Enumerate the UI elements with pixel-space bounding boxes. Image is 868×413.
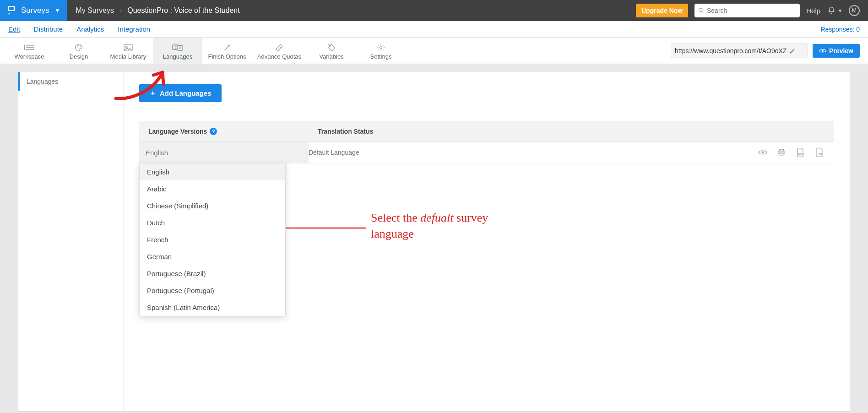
svg-point-8 [78,45,79,46]
svg-point-7 [77,46,78,47]
search-box[interactable] [694,4,800,17]
tool-advance-quotas[interactable]: Advance Quotas [252,38,307,64]
eye-icon[interactable] [758,149,767,156]
dropdown-item[interactable]: German [140,248,285,265]
language-select[interactable]: English English Arabic Chinese (Simplifi… [139,142,309,163]
tool-media-library[interactable]: Media Library [103,38,153,64]
svg-point-19 [762,152,764,154]
print-icon[interactable] [777,148,786,157]
svg-point-1 [699,8,702,11]
caret-down-icon: ▼ [54,7,60,14]
avatar[interactable]: M [849,5,860,16]
svg-point-16 [329,45,331,47]
preview-button[interactable]: Preview [813,44,860,58]
wand-icon [222,43,232,52]
link-icon [274,43,284,52]
doc-icon[interactable]: DOC [796,147,805,158]
dropdown-item[interactable]: Arabic [140,180,285,197]
column-translation-status: Translation Status [318,128,825,135]
svg-text:PDF: PDF [818,152,823,155]
responses-count[interactable]: Responses: 0 [820,26,860,33]
upgrade-button[interactable]: Upgrade Now [636,4,688,17]
svg-text:文: 文 [174,46,177,49]
top-bar: Surveys ▼ My Surveys › QuestionPro : Voi… [0,0,868,21]
svg-point-18 [822,50,824,52]
help-link[interactable]: Help [806,7,820,15]
pdf-icon[interactable]: PDF [815,147,824,158]
main-panel: Languages ＋ Add Languages Language Versi… [18,72,850,411]
tool-settings[interactable]: Settings [356,38,406,64]
column-language-versions: Language Versions ? [148,128,318,135]
tool-workspace[interactable]: Workspace [5,38,54,64]
survey-url-box[interactable]: https://www.questionpro.com/t/AO9oXZ [671,43,808,58]
svg-text:A: A [179,46,181,49]
topbar-right: Upgrade Now Help ▼ M [636,4,868,17]
handdrawn-arrow-icon [112,64,185,105]
breadcrumb-root[interactable]: My Surveys [76,6,114,15]
bell-icon [827,6,836,15]
help-icon[interactable]: ? [210,128,217,135]
caret-down-icon: ▼ [838,8,842,13]
dropdown-item[interactable]: Portuguese (Brazil) [140,265,285,282]
eye-icon [819,48,826,54]
gear-icon [376,43,385,52]
dropdown-item[interactable]: French [140,231,285,248]
subnav-item-edit[interactable]: Edit [8,25,20,33]
side-tab-languages[interactable]: Languages [18,72,123,91]
notifications-dropdown[interactable]: ▼ [827,6,842,15]
annotation-text: Select the defualt survey language [371,210,488,242]
brand-label: Surveys [21,6,49,15]
subnav-item-integration[interactable]: Integration [118,25,150,33]
survey-url-value: https://www.questionpro.com/t/AO9oXZ [675,47,787,54]
table-row: English English Arabic Chinese (Simplifi… [139,142,834,163]
subnav-item-distribute[interactable]: Distribute [34,25,63,33]
content-area: ＋ Add Languages Language Versions ? Tran… [124,72,850,411]
pencil-icon[interactable] [789,48,796,54]
tool-design[interactable]: Design [54,38,103,64]
svg-point-9 [80,46,81,47]
palette-icon [74,43,84,52]
dropdown-item[interactable]: Chinese (Simplified) [140,197,285,214]
breadcrumb-current: QuestionPro : Voice of the Student [127,6,240,15]
status-cell: Default Language [309,142,758,163]
workspace-icon [23,43,35,52]
svg-point-11 [126,46,128,48]
subnav-item-analytics[interactable]: Analytics [76,25,104,33]
row-actions: DOC PDF [758,142,834,163]
svg-line-2 [702,11,703,13]
tag-icon [326,43,336,52]
tool-variables[interactable]: Variables [307,38,356,64]
table-header: Language Versions ? Translation Status [139,121,834,142]
secondary-nav: Edit Distribute Analytics Integration Re… [0,21,868,38]
language-dropdown: English Arabic Chinese (Simplified) Dutc… [139,163,286,316]
search-icon [698,7,704,14]
svg-text:DOC: DOC [798,152,804,155]
brand-dropdown[interactable]: Surveys ▼ [0,0,67,21]
toolbar-right: https://www.questionpro.com/t/AO9oXZ Pre… [671,43,860,58]
side-tabs: Languages [18,72,124,411]
chevron-right-icon: › [119,6,122,15]
image-icon [123,43,133,52]
translate-icon: 文A [172,43,183,52]
tool-finish-options[interactable]: Finish Options [202,38,252,64]
language-cell: English English Arabic Chinese (Simplifi… [139,142,309,163]
svg-point-17 [380,47,382,49]
breadcrumb: My Surveys › QuestionPro : Voice of the … [67,6,248,15]
tool-languages[interactable]: 文A Languages [153,38,202,64]
dropdown-item[interactable]: Dutch [140,214,285,231]
brand-logo-icon [7,5,16,16]
dropdown-item[interactable]: English [140,163,285,180]
dropdown-item[interactable]: Spanish (Latin America) [140,299,285,316]
toolbar: Workspace Design Media Library 文A Langua… [0,38,868,64]
dropdown-item[interactable]: Portuguese (Portugal) [140,282,285,299]
svg-point-0 [8,13,10,14]
search-input[interactable] [707,7,796,14]
